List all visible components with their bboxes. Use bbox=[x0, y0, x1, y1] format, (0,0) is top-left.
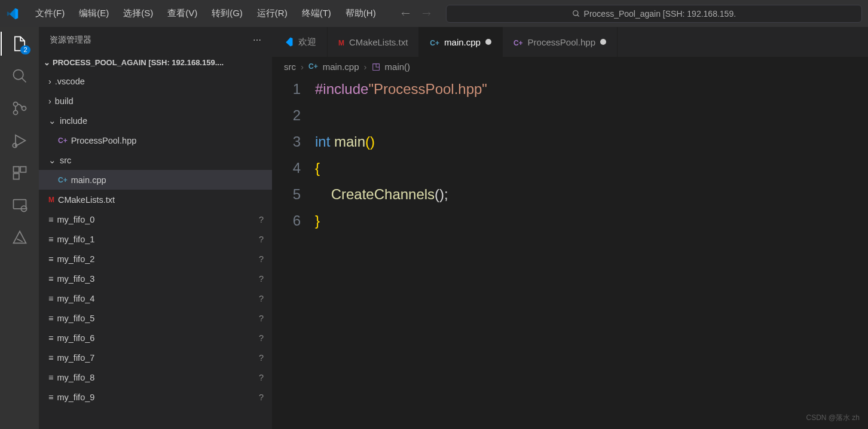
menu-edit[interactable]: 编辑(E) bbox=[72, 0, 116, 27]
scm-status: ? bbox=[259, 314, 264, 323]
scm-status: ? bbox=[259, 373, 264, 382]
project-header[interactable]: ⌄ PROCESS_POOL_AGAIN [SSH: 192.168.159..… bbox=[39, 53, 272, 71]
project-name: PROCESS_POOL_AGAIN [SSH: 192.168.159.... bbox=[53, 58, 224, 67]
code-editor[interactable]: 123456 #include"ProcessPool.hpp" int mai… bbox=[272, 76, 868, 429]
tree-item[interactable]: ›build bbox=[39, 91, 272, 111]
menu-terminal[interactable]: 终端(T) bbox=[295, 0, 338, 27]
tree-item-label: my_fifo_9 bbox=[57, 393, 255, 402]
tree-item-label: ProcessPool.hpp bbox=[71, 136, 272, 145]
tree-item[interactable]: MCMakeLists.txt bbox=[39, 190, 272, 209]
file-icon: ≡ bbox=[48, 215, 53, 224]
tree-item[interactable]: ≡my_fifo_4? bbox=[39, 288, 272, 308]
svg-rect-12 bbox=[13, 200, 26, 209]
tree-item[interactable]: ≡my_fifo_9? bbox=[39, 387, 272, 407]
scm-status: ? bbox=[259, 393, 264, 402]
search-placeholder: Process_Pool_again [SSH: 192.168.159. bbox=[584, 9, 736, 19]
activity-search-icon[interactable] bbox=[10, 66, 29, 86]
search-icon bbox=[572, 10, 580, 18]
svg-point-4 bbox=[13, 102, 17, 107]
chevron-down-icon: ⌄ bbox=[48, 116, 56, 126]
editor-tabs: 欢迎MCMakeLists.txtC+main.cppC+ProcessPool… bbox=[272, 27, 868, 57]
tree-item[interactable]: ›.vscode bbox=[39, 71, 272, 91]
chevron-right-icon: › bbox=[48, 77, 51, 86]
activity-debug-icon[interactable] bbox=[10, 131, 29, 150]
menu-help[interactable]: 帮助(H) bbox=[338, 0, 383, 27]
tab-label: CMakeLists.txt bbox=[349, 37, 408, 47]
file-icon: ≡ bbox=[48, 274, 53, 284]
tree-item-label: include bbox=[60, 116, 272, 126]
activity-extensions-icon[interactable] bbox=[10, 163, 29, 182]
tree-item-label: my_fifo_1 bbox=[57, 235, 255, 244]
cmake-file-icon: M bbox=[48, 196, 54, 204]
breadcrumb[interactable]: src › C+ main.cpp › ◳ main() bbox=[272, 57, 868, 76]
scm-status: ? bbox=[259, 215, 264, 224]
tree-item[interactable]: ⌄src bbox=[39, 150, 272, 170]
svg-line-1 bbox=[577, 14, 579, 16]
tree-item[interactable]: C+main.cpp bbox=[39, 170, 272, 190]
tree-item-label: my_fifo_7 bbox=[57, 353, 255, 363]
explorer-title: 资源管理器 bbox=[50, 35, 91, 45]
tree-item[interactable]: ≡my_fifo_2? bbox=[39, 249, 272, 269]
tree-item-label: src bbox=[60, 156, 272, 165]
file-icon: ≡ bbox=[48, 353, 53, 363]
title-bar: 文件(F) 编辑(E) 选择(S) 查看(V) 转到(G) 运行(R) 终端(T… bbox=[0, 0, 868, 27]
nav-forward-icon[interactable]: 🡒 bbox=[422, 8, 431, 19]
activity-cmake-icon[interactable] bbox=[10, 228, 29, 247]
breadcrumb-folder: src bbox=[284, 62, 296, 72]
tree-item-label: my_fifo_0 bbox=[57, 215, 255, 224]
tab-label: 欢迎 bbox=[298, 36, 316, 48]
menu-run[interactable]: 运行(R) bbox=[250, 0, 295, 27]
scm-status: ? bbox=[259, 353, 264, 363]
svg-rect-10 bbox=[20, 167, 26, 172]
tree-item[interactable]: ≡my_fifo_3? bbox=[39, 269, 272, 288]
scm-status: ? bbox=[259, 294, 264, 303]
scm-status: ? bbox=[259, 254, 264, 264]
editor-tab[interactable]: MCMakeLists.txt bbox=[328, 27, 419, 57]
file-tree: ›.vscode›build⌄includeC+ProcessPool.hpp⌄… bbox=[39, 71, 272, 429]
vscode-logo-icon bbox=[6, 7, 19, 20]
activity-remote-icon[interactable] bbox=[10, 196, 29, 215]
menu-file[interactable]: 文件(F) bbox=[28, 0, 72, 27]
tab-icon: C+ bbox=[430, 37, 439, 47]
editor-tab[interactable]: 欢迎 bbox=[272, 27, 328, 57]
menu-goto[interactable]: 转到(G) bbox=[204, 0, 250, 27]
tree-item[interactable]: ≡my_fifo_6? bbox=[39, 328, 272, 348]
tree-item[interactable]: ⌄include bbox=[39, 111, 272, 130]
nav-back-icon[interactable]: 🡐 bbox=[401, 8, 410, 19]
editor-tab[interactable]: C+ProcessPool.hpp bbox=[503, 27, 618, 57]
tree-item[interactable]: C+ProcessPool.hpp bbox=[39, 130, 272, 150]
tree-item[interactable]: ≡my_fifo_1? bbox=[39, 229, 272, 249]
activity-scm-icon[interactable] bbox=[10, 99, 29, 118]
tab-label: ProcessPool.hpp bbox=[528, 37, 595, 47]
file-icon: ≡ bbox=[48, 333, 53, 343]
explorer-more-icon[interactable]: ⋯ bbox=[253, 35, 261, 45]
file-icon: ≡ bbox=[48, 373, 53, 382]
tree-item-label: my_fifo_8 bbox=[57, 373, 255, 382]
chevron-down-icon: ⌄ bbox=[44, 58, 50, 67]
chevron-right-icon: › bbox=[48, 96, 51, 106]
menu-select[interactable]: 选择(S) bbox=[116, 0, 160, 27]
scm-status: ? bbox=[259, 274, 264, 284]
tree-item[interactable]: ≡my_fifo_0? bbox=[39, 209, 272, 229]
scm-status: ? bbox=[259, 333, 264, 343]
tree-item[interactable]: ≡my_fifo_8? bbox=[39, 367, 272, 387]
tree-item[interactable]: ≡my_fifo_5? bbox=[39, 308, 272, 328]
menu-view[interactable]: 查看(V) bbox=[160, 0, 204, 27]
explorer-badge: 2 bbox=[20, 45, 30, 54]
command-center-search[interactable]: Process_Pool_again [SSH: 192.168.159. bbox=[446, 5, 862, 23]
tree-item[interactable]: ≡my_fifo_7? bbox=[39, 348, 272, 367]
tree-item-label: my_fifo_6 bbox=[57, 333, 255, 343]
editor-tab[interactable]: C+main.cpp bbox=[419, 27, 503, 57]
code-content[interactable]: #include"ProcessPool.hpp" int main() { C… bbox=[315, 76, 868, 429]
svg-point-2 bbox=[13, 70, 23, 80]
file-icon: ≡ bbox=[48, 393, 53, 402]
chevron-right-icon: › bbox=[301, 62, 304, 72]
breadcrumb-file: main.cpp bbox=[323, 62, 359, 72]
editor-area: 欢迎MCMakeLists.txtC+main.cppC+ProcessPool… bbox=[272, 27, 868, 429]
activity-explorer-icon[interactable]: 2 bbox=[10, 34, 29, 53]
sidebar-explorer: 资源管理器 ⋯ ⌄ PROCESS_POOL_AGAIN [SSH: 192.1… bbox=[39, 27, 272, 429]
activity-bar: 2 bbox=[0, 27, 39, 429]
svg-point-6 bbox=[22, 107, 26, 111]
tab-icon: C+ bbox=[514, 37, 523, 47]
tab-icon bbox=[283, 36, 294, 47]
